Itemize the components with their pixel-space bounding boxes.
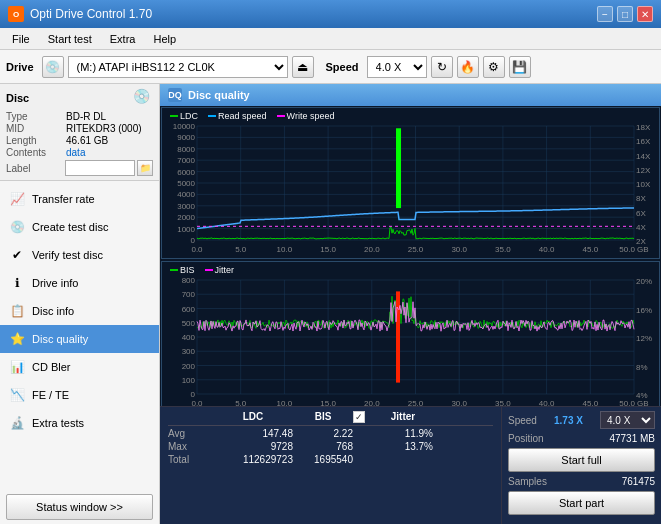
speed-select[interactable]: 4.0 X	[367, 56, 427, 78]
stats-empty-col	[168, 411, 213, 423]
sidebar-item-label: CD Bler	[32, 361, 71, 373]
menu-file[interactable]: File	[4, 31, 38, 47]
disc-quality-header-icon: DQ	[168, 88, 182, 102]
ldc-legend-color	[170, 115, 178, 117]
disc-info-panel: Disc 💿 Type BD-R DL MID RITEKDR3 (000) L…	[0, 84, 159, 181]
sidebar-item-label: Drive info	[32, 277, 78, 289]
disc-info-icon: 📋	[8, 302, 26, 320]
status-window-button[interactable]: Status window >>	[6, 494, 153, 520]
sidebar: Disc 💿 Type BD-R DL MID RITEKDR3 (000) L…	[0, 84, 160, 524]
sidebar-item-label: Extra tests	[32, 417, 84, 429]
sidebar-item-cd-bler[interactable]: 📊 CD Bler	[0, 353, 159, 381]
max-ldc-value: 9728	[213, 441, 293, 452]
sidebar-item-label: Transfer rate	[32, 193, 95, 205]
fe-te-icon: 📉	[8, 386, 26, 404]
disc-quality-header: DQ Disc quality	[160, 84, 661, 106]
write-speed-legend-color	[277, 115, 285, 117]
jitter-legend-label: Jitter	[215, 265, 235, 275]
cd-bler-icon: 📊	[8, 358, 26, 376]
max-jitter-value: 13.7%	[373, 441, 433, 452]
sidebar-item-label: FE / TE	[32, 389, 69, 401]
jitter-col-header: Jitter	[373, 411, 433, 423]
write-speed-legend-label: Write speed	[287, 111, 335, 121]
title-bar: O Opti Drive Control 1.70 − □ ✕	[0, 0, 661, 28]
sidebar-item-drive-info[interactable]: ℹ Drive info	[0, 269, 159, 297]
sidebar-item-verify-test-disc[interactable]: ✔ Verify test disc	[0, 241, 159, 269]
mid-field-value: RITEKDR3 (000)	[66, 123, 153, 134]
maximize-button[interactable]: □	[617, 6, 633, 22]
jitter-legend-color	[205, 269, 213, 271]
drive-info-icon: ℹ	[8, 274, 26, 292]
menu-extra[interactable]: Extra	[102, 31, 144, 47]
bis-legend-label: BIS	[180, 265, 195, 275]
disc-icon: 💿	[133, 88, 153, 108]
sidebar-item-extra-tests[interactable]: 🔬 Extra tests	[0, 409, 159, 437]
disc-quality-title: Disc quality	[188, 89, 250, 101]
menu-start-test[interactable]: Start test	[40, 31, 100, 47]
contents-field-value: data	[66, 147, 153, 158]
close-button[interactable]: ✕	[637, 6, 653, 22]
app-title: Opti Drive Control 1.70	[30, 7, 152, 21]
nav-menu: 📈 Transfer rate 💿 Create test disc ✔ Ver…	[0, 181, 159, 490]
bottom-chart	[162, 262, 659, 406]
sidebar-item-transfer-rate[interactable]: 📈 Transfer rate	[0, 185, 159, 213]
sidebar-item-label: Disc info	[32, 305, 74, 317]
read-speed-legend-color	[208, 115, 216, 117]
disc-quality-icon: ⭐	[8, 330, 26, 348]
sidebar-item-label: Create test disc	[32, 221, 108, 233]
total-ldc-value: 112629723	[213, 454, 293, 465]
start-full-button[interactable]: Start full	[508, 448, 655, 472]
sidebar-item-disc-info[interactable]: 📋 Disc info	[0, 297, 159, 325]
read-speed-legend-label: Read speed	[218, 111, 267, 121]
refresh-button[interactable]: ↻	[431, 56, 453, 78]
avg-jitter-value: 11.9%	[373, 428, 433, 439]
length-field-value: 46.61 GB	[66, 135, 153, 146]
avg-bis-value: 2.22	[293, 428, 353, 439]
drive-icon-btn: 💿	[42, 56, 64, 78]
settings-button[interactable]: ⚙	[483, 56, 505, 78]
top-chart-legend: LDC Read speed Write speed	[170, 111, 334, 121]
speed-select-bottom[interactable]: 4.0 X	[600, 411, 655, 429]
contents-field-label: Contents	[6, 147, 66, 158]
sidebar-item-label: Disc quality	[32, 333, 88, 345]
sidebar-item-label: Verify test disc	[32, 249, 103, 261]
label-input[interactable]	[65, 160, 135, 176]
max-bis-value: 768	[293, 441, 353, 452]
start-part-button[interactable]: Start part	[508, 491, 655, 515]
sidebar-item-create-test-disc[interactable]: 💿 Create test disc	[0, 213, 159, 241]
type-field-value: BD-R DL	[66, 111, 153, 122]
total-bis-value: 1695540	[293, 454, 353, 465]
transfer-rate-icon: 📈	[8, 190, 26, 208]
menu-help[interactable]: Help	[145, 31, 184, 47]
main-content: Disc 💿 Type BD-R DL MID RITEKDR3 (000) L…	[0, 84, 661, 524]
length-field-label: Length	[6, 135, 66, 146]
position-label: Position	[508, 433, 544, 444]
main-panel: DQ Disc quality LDC Read speed	[160, 84, 661, 524]
verify-test-disc-icon: ✔	[8, 246, 26, 264]
stats-panel: LDC BIS ✓ Jitter Avg 147.48 2.22 11.9%	[160, 406, 661, 524]
label-browse-button[interactable]: 📁	[137, 160, 153, 176]
drive-label: Drive	[6, 61, 34, 73]
menu-bar: File Start test Extra Help	[0, 28, 661, 50]
avg-row-label: Avg	[168, 428, 213, 439]
bottom-chart-legend: BIS Jitter	[170, 265, 234, 275]
burn-button[interactable]: 🔥	[457, 56, 479, 78]
ldc-legend-label: LDC	[180, 111, 198, 121]
extra-tests-icon: 🔬	[8, 414, 26, 432]
toolbar: Drive 💿 (M:) ATAPI iHBS112 2 CL0K ⏏ Spee…	[0, 50, 661, 84]
speed-right-value: 1.73 X	[554, 415, 583, 426]
minimize-button[interactable]: −	[597, 6, 613, 22]
save-button[interactable]: 💾	[509, 56, 531, 78]
drive-select[interactable]: (M:) ATAPI iHBS112 2 CL0K	[68, 56, 288, 78]
create-test-disc-icon: 💿	[8, 218, 26, 236]
sidebar-item-disc-quality[interactable]: ⭐ Disc quality	[0, 325, 159, 353]
position-value: 47731 MB	[609, 433, 655, 444]
type-field-label: Type	[6, 111, 66, 122]
app-icon: O	[8, 6, 24, 22]
label-field-label: Label	[6, 163, 65, 174]
checkbox-area[interactable]: ✓	[353, 411, 373, 423]
speed-right-label: Speed	[508, 415, 537, 426]
disc-section-title: Disc	[6, 92, 29, 104]
sidebar-item-fe-te[interactable]: 📉 FE / TE	[0, 381, 159, 409]
eject-button[interactable]: ⏏	[292, 56, 314, 78]
